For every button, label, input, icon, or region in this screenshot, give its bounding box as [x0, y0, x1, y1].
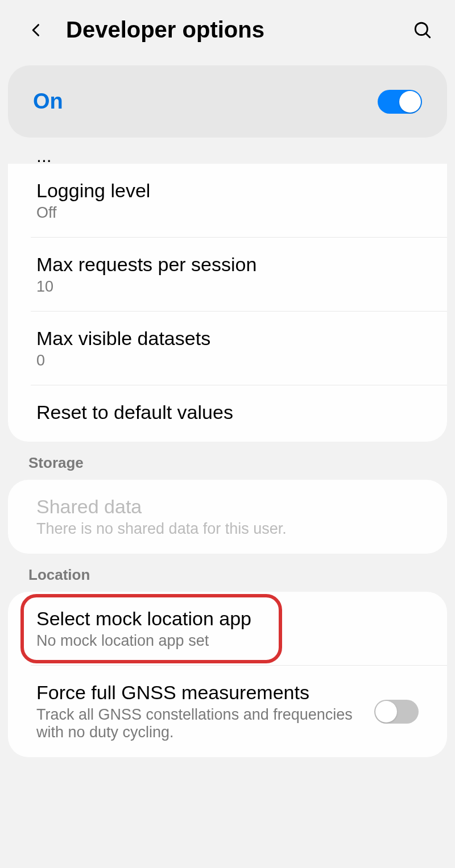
gnss-toggle-switch[interactable] [374, 700, 419, 724]
master-toggle-switch[interactable] [378, 90, 422, 114]
setting-reset-defaults[interactable]: Reset to default values [8, 385, 447, 442]
master-toggle-row[interactable]: On [8, 65, 447, 138]
settings-card-storage: Shared data There is no shared data for … [8, 480, 447, 554]
setting-title: Max visible datasets [36, 327, 419, 350]
setting-mock-location[interactable]: Select mock location app No mock locatio… [8, 592, 447, 666]
setting-logging-level[interactable]: Logging level Off [8, 164, 447, 238]
section-header-location: Location [0, 554, 455, 592]
section-header-storage: Storage [0, 442, 455, 480]
setting-title: Select mock location app [36, 608, 419, 630]
back-icon[interactable] [28, 22, 44, 38]
setting-subtitle: 10 [36, 278, 419, 296]
setting-shared-data: Shared data There is no shared data for … [8, 480, 447, 554]
setting-title: Reset to default values [36, 401, 419, 423]
settings-card-location: Select mock location app No mock locatio… [8, 592, 447, 757]
setting-title: Force full GNSS measurements [36, 682, 363, 704]
setting-force-gnss[interactable]: Force full GNSS measurements Track all G… [8, 666, 447, 757]
setting-subtitle: Off [36, 204, 419, 222]
search-icon[interactable] [413, 20, 432, 40]
setting-title: Max requests per session [36, 254, 419, 276]
master-toggle-label: On [33, 89, 63, 114]
setting-max-requests[interactable]: Max requests per session 10 [8, 238, 447, 312]
toggle-knob [399, 91, 421, 113]
toggle-knob [375, 701, 397, 722]
setting-title: Shared data [36, 496, 419, 518]
setting-subtitle: Track all GNSS constellations and freque… [36, 706, 363, 741]
setting-title: Logging level [36, 180, 419, 202]
setting-subtitle: There is no shared data for this user. [36, 520, 419, 538]
header: Developer options [0, 0, 455, 60]
setting-max-datasets[interactable]: Max visible datasets 0 [8, 312, 447, 385]
setting-subtitle: No mock location app set [36, 632, 419, 650]
setting-subtitle: 0 [36, 352, 419, 369]
page-title: Developer options [66, 17, 413, 43]
settings-card-first: ... Logging level Off Max requests per s… [8, 164, 447, 442]
